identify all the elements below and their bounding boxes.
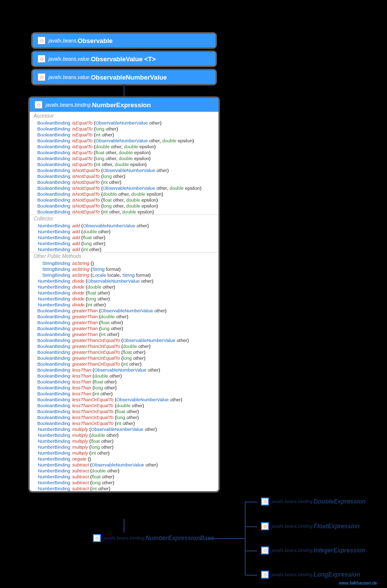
class-name: IntegerExpression	[314, 547, 366, 554]
param-type: double	[119, 150, 133, 155]
class-link-number-expression-base[interactable]: ◇ javafx.beans.binding. NumberExpression…	[89, 533, 218, 544]
return-type: NumberBinding	[34, 223, 72, 228]
method-signature: isEqualTo (int other)	[72, 132, 114, 137]
param-type: double	[87, 284, 102, 290]
method-signature: greaterThanOrEqualTo (float other)	[72, 349, 145, 355]
param-name: other	[98, 229, 109, 234]
method-name: greaterThan	[72, 314, 98, 319]
return-type: BooleanBinding	[34, 144, 72, 149]
footer-link[interactable]: www.falkhausen.de	[339, 581, 377, 586]
return-type: BooleanBinding	[34, 391, 72, 396]
method-name: add	[72, 241, 80, 246]
method-signature: greaterThanOrEqualTo (ObservableNumberVa…	[72, 337, 189, 343]
param-type: float	[103, 197, 112, 203]
return-type: BooleanBinding	[34, 332, 72, 337]
method-row: BooleanBindingisEqualTo (double other, d…	[30, 143, 218, 149]
method-row: BooleanBindinggreaterThanOrEqualTo (floa…	[30, 349, 218, 355]
class-link-integer-expression[interactable]: ◇ javafx.beans.binding. IntegerExpressio…	[257, 545, 369, 556]
method-signature: asString (Locale locale, String format)	[72, 272, 151, 278]
return-type: BooleanBinding	[34, 308, 72, 313]
method-signature: add (ObservableNumberValue other)	[72, 223, 149, 228]
param-type: long	[87, 296, 96, 301]
param-type: long	[94, 385, 103, 390]
method-row: NumberBindingsubtract (float other)	[30, 473, 218, 479]
method-name: divide	[72, 302, 85, 307]
connector	[124, 519, 125, 533]
method-row: BooleanBindinglessThanOrEqualTo (double …	[30, 402, 218, 408]
return-type: BooleanBinding	[34, 126, 72, 131]
method-signature: greaterThan (ObservableNumberValue other…	[72, 308, 167, 313]
method-name: isEqualTo	[72, 150, 92, 155]
return-type: BooleanBinding	[34, 132, 72, 137]
method-signature: add (float other)	[72, 235, 105, 240]
method-signature: multiply (float other)	[72, 438, 113, 444]
param-name: other	[106, 432, 117, 438]
class-name: NumberExpression	[92, 101, 151, 109]
class-link-float-expression[interactable]: ◇ javafx.beans.binding. FloatExpression	[257, 521, 364, 532]
param-name: other	[157, 185, 167, 191]
return-type: BooleanBinding	[34, 343, 72, 349]
method-name: isEqualTo	[72, 132, 92, 137]
method-name: isEqualTo	[72, 156, 92, 161]
method-name: greaterThanOrEqualTo	[72, 349, 120, 355]
param-name: other	[113, 173, 124, 179]
param-type: float	[95, 150, 104, 155]
return-type: NumberBinding	[34, 444, 72, 450]
method-row: BooleanBindinglessThan (int other)	[30, 390, 218, 396]
class-link-long-expression[interactable]: ◇ javafx.beans.binding. LongExpression	[257, 569, 364, 580]
method-name: greaterThanOrEqualTo	[72, 355, 120, 361]
class-icon: ◇	[38, 55, 45, 63]
method-row: NumberBindingdivide (int other)	[30, 301, 218, 307]
method-row: BooleanBindinggreaterThan (double other)	[30, 313, 218, 319]
method-row: NumberBindingsubtract (double other)	[30, 467, 218, 473]
package-label: javafx.beans.binding.	[104, 536, 146, 541]
method-signature: asString ()	[72, 260, 94, 266]
class-link-double-expression[interactable]: ◇ javafx.beans.binding. DoubleExpression	[257, 496, 370, 507]
method-row: NumberBindingsubtract (long other)	[30, 479, 218, 485]
class-name: DoubleExpression	[314, 498, 366, 505]
method-row: BooleanBindinglessThan (long other)	[30, 384, 218, 390]
param-name: other	[113, 203, 124, 209]
return-type: NumberBinding	[34, 229, 72, 234]
param-name: other	[157, 168, 168, 173]
return-type: BooleanBinding	[34, 367, 72, 373]
class-name: NumberExpressionBase	[146, 535, 215, 542]
method-signature: lessThanOrEqualTo (ObservableNumberValue…	[72, 397, 182, 402]
method-row: NumberBindingdivide (double other)	[30, 284, 218, 290]
method-signature: greaterThanOrEqualTo (int other)	[72, 361, 141, 367]
param-type: float	[123, 349, 132, 355]
param-type: String	[92, 266, 105, 272]
param-type: double	[94, 373, 108, 378]
return-type: BooleanBinding	[34, 403, 72, 408]
return-type: BooleanBinding	[34, 379, 72, 384]
param-name: other	[133, 355, 144, 361]
method-name: lessThan	[72, 367, 91, 373]
param-name: other	[129, 361, 140, 367]
param-type: ObservableNumberValue	[101, 308, 153, 313]
class-header: ◇ javafx.beans. Observable	[33, 34, 215, 47]
method-name: multiply	[72, 438, 88, 444]
param-name: other	[106, 126, 117, 131]
param-type: ObservableNumberValue	[95, 138, 148, 143]
param-type: ObservableNumberValue	[91, 426, 143, 432]
method-row: BooleanBindingisNotEqualTo (int other)	[30, 179, 218, 185]
method-signature: negate ()	[72, 456, 91, 462]
param-type: double	[115, 162, 129, 167]
method-row: NumberBindingmultiply (int other)	[30, 450, 218, 456]
return-type: BooleanBinding	[34, 361, 72, 367]
param-type: ObservableNumberValue	[94, 367, 146, 373]
param-type: int	[101, 332, 106, 337]
method-signature: isNotEqualTo (int other)	[72, 179, 121, 185]
return-type: BooleanBinding	[34, 185, 72, 191]
param-name: epsilon	[139, 144, 154, 149]
param-type: ObservableNumberValue	[95, 120, 148, 126]
method-row: BooleanBindingisNotEqualTo (ObservableNu…	[30, 185, 218, 191]
method-row: BooleanBindinggreaterThan (ObservableNum…	[30, 307, 218, 313]
param-name: other	[110, 373, 121, 378]
param-type: double	[126, 197, 140, 203]
method-name: isNotEqualTo	[72, 168, 100, 173]
section-label: Accessor	[30, 112, 218, 120]
method-signature: divide (float other)	[72, 290, 110, 295]
package-label: javafx.beans.binding.	[272, 548, 314, 553]
param-name: other	[106, 156, 116, 161]
